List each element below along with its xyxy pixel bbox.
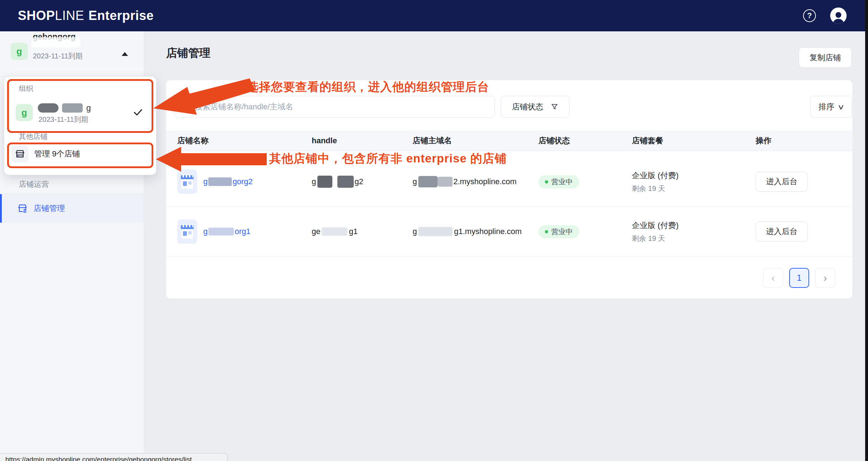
store-name-link[interactable]: g gorg2: [203, 177, 253, 186]
handle-suffix: g2: [354, 177, 363, 186]
link-preview-statusbar: https://admin.myshopline.com/enterprise/…: [0, 453, 228, 461]
org-selector-header[interactable]: gebongorg g 2023-11-11到期: [0, 31, 144, 77]
org-option-selected[interactable]: g g 2023-11-11到期: [11, 96, 149, 129]
store-handle: ge g1: [312, 207, 358, 257]
other-stores-section-label: 其他店铺: [19, 132, 47, 141]
status-dot-icon: [545, 180, 548, 183]
redaction-block: [208, 177, 232, 186]
redaction-block: [31, 37, 81, 48]
prev-page-button[interactable]: ‹: [763, 268, 783, 288]
storefront-icon: [17, 203, 28, 214]
redaction-block: [322, 227, 347, 236]
check-icon: [132, 107, 144, 118]
search-box[interactable]: [174, 96, 495, 118]
org-dropdown-panel: 组织 g g 2023-11-11到期 其他店铺 管理 9个店铺: [4, 77, 156, 175]
plan-days-remaining: 剩余 19 天: [632, 184, 679, 193]
person-icon: [831, 10, 846, 24]
sort-button[interactable]: 排序 ∨: [810, 96, 852, 118]
org-expiry-date: 2023-11-11到期: [39, 115, 88, 124]
plan-name: 企业版 (付费): [632, 170, 679, 181]
pagination: ‹ 1 ›: [763, 268, 835, 288]
status-label: 营业中: [551, 227, 573, 237]
store-name-suffix: org1: [235, 227, 250, 236]
domain-prefix: g: [413, 177, 417, 186]
redaction-block: [317, 176, 332, 188]
handle-prefix: ge: [312, 227, 320, 236]
active-indicator-bar: [0, 194, 2, 223]
store-status-filter-button[interactable]: 店铺状态: [501, 96, 570, 118]
status-badge: 营业中: [538, 175, 579, 188]
org-avatar: g: [11, 43, 28, 60]
top-navbar: SHOPLINE Enterprise ?: [0, 0, 868, 31]
redaction-block: [38, 103, 58, 113]
status-badge: 营业中: [538, 225, 579, 238]
annotation-note-1: 选择您要查看的组织，进入他的组织管理后台: [247, 79, 489, 95]
page-1-button[interactable]: 1: [789, 268, 809, 288]
logo-text-line: LINE: [55, 8, 84, 23]
handle-suffix: g1: [349, 227, 357, 236]
storefront-illustration-icon: [177, 170, 197, 194]
redaction-block: [418, 176, 438, 187]
domain-prefix: g: [413, 227, 417, 236]
domain-suffix: 2.myshopline.com: [453, 177, 516, 186]
org-expiry-date: 2023-11-11到期: [33, 51, 82, 61]
next-page-button[interactable]: ›: [815, 268, 835, 288]
store-thumbnail: [177, 170, 197, 194]
annotation-note-2: 其他店铺中，包含所有非 enterprise 的店铺: [269, 151, 507, 167]
redaction-block: [337, 176, 354, 188]
col-domain: 店铺主域名: [413, 130, 452, 151]
store-thumbnail: [177, 219, 197, 244]
store-tile: [11, 145, 29, 162]
store-name-prefix: g: [203, 177, 208, 186]
storefront-icon: [15, 149, 25, 159]
logo-text-enterprise: Enterprise: [88, 8, 154, 23]
redaction-block: [438, 177, 453, 187]
col-store-name: 店铺名称: [177, 130, 209, 151]
search-icon: [182, 103, 190, 111]
logo-text-shop: SHOP: [18, 8, 55, 23]
sidebar-section-store-ops: 店铺运营: [19, 179, 49, 189]
store-domain: g g1.myshopline.com: [413, 207, 522, 257]
storefront-illustration-icon: [177, 219, 197, 244]
collapse-caret-icon[interactable]: [122, 52, 128, 56]
chevron-down-icon: ∨: [837, 103, 844, 111]
enter-admin-button[interactable]: 进入后台: [756, 172, 808, 192]
filter-funnel-icon: [551, 103, 558, 111]
col-action: 操作: [756, 130, 771, 151]
help-icon[interactable]: ?: [803, 9, 816, 22]
store-list-card: 店铺状态 排序 ∨ 店铺名称 handle 店铺主域名 店铺状态 店铺套餐 操作: [166, 80, 852, 299]
status-label: 营业中: [551, 177, 573, 187]
org-name-visible-part: g: [86, 103, 91, 113]
screen-edge-strip: [865, 0, 868, 461]
domain-suffix: g1.myshopline.com: [454, 227, 522, 236]
plan-name: 企业版 (付费): [632, 220, 679, 231]
sidebar-item-store-management[interactable]: 店铺管理: [0, 194, 144, 223]
redaction-block: [62, 103, 83, 113]
enter-admin-button[interactable]: 进入后台: [756, 222, 808, 242]
org-avatar: g: [16, 104, 33, 121]
redaction-block: [418, 227, 453, 236]
table-header-row: 店铺名称 handle 店铺主域名 店铺状态 店铺套餐 操作: [166, 130, 852, 151]
store-name-link[interactable]: g org1: [203, 227, 250, 236]
manage-other-stores-item[interactable]: 管理 9个店铺: [11, 145, 149, 162]
sidebar-item-label: 店铺管理: [34, 203, 65, 214]
page-title: 店铺管理: [166, 46, 210, 61]
col-plan: 店铺套餐: [632, 130, 663, 151]
user-avatar-icon[interactable]: [830, 7, 847, 24]
col-status: 店铺状态: [538, 130, 570, 151]
table-row: g org1 ge g1 g g1.myshopline.com 营业中 企业版…: [166, 207, 852, 257]
search-input[interactable]: [195, 102, 480, 112]
status-filter-label: 店铺状态: [512, 102, 543, 112]
copy-store-button[interactable]: 复制店铺: [799, 47, 852, 68]
plan-days-remaining: 剩余 19 天: [632, 234, 679, 243]
manage-stores-label: 管理 9个店铺: [34, 149, 80, 159]
sort-label: 排序: [818, 102, 834, 112]
col-handle: handle: [312, 130, 337, 151]
handle-prefix: g: [312, 177, 316, 186]
shopline-enterprise-logo: SHOPLINE Enterprise: [18, 8, 154, 23]
store-name-suffix: gorg2: [233, 177, 252, 186]
store-name-prefix: g: [203, 227, 208, 236]
redaction-block: [208, 228, 234, 235]
org-section-label: 组织: [19, 84, 33, 93]
status-dot-icon: [545, 230, 548, 233]
